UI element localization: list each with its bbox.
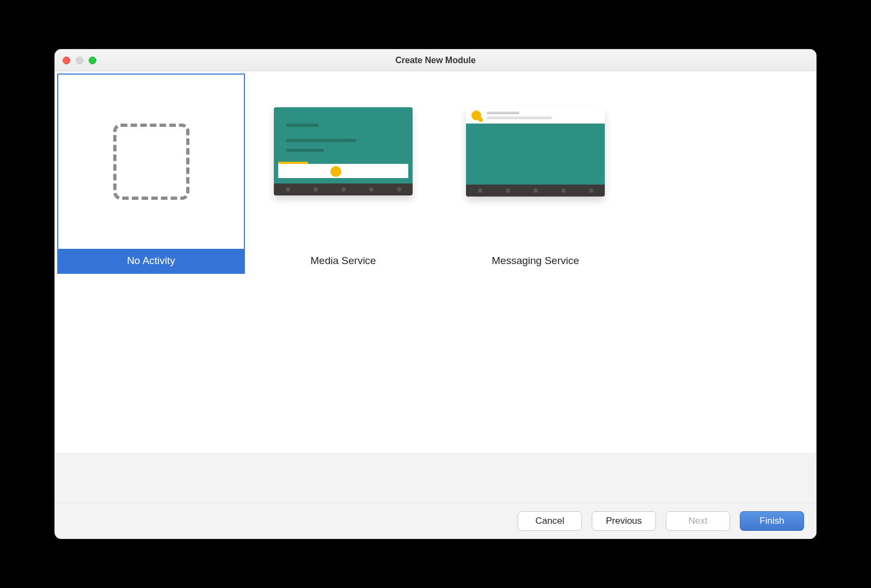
template-label: No Activity (58, 249, 244, 273)
device-preview (466, 107, 605, 197)
template-card-messaging[interactable]: Messaging Service (441, 74, 629, 274)
dialog-footer: Cancel Previous Next Finish (55, 503, 816, 538)
template-gallery: No ActivityMedia ServiceMessaging Servic… (55, 71, 816, 454)
dialog-window: Create New Module No ActivityMedia Servi… (54, 49, 817, 539)
cancel-button[interactable]: Cancel (518, 511, 582, 531)
next-button[interactable]: Next (666, 511, 730, 531)
avatar-icon (471, 111, 481, 120)
close-icon[interactable] (63, 57, 70, 64)
template-thumbnail (58, 75, 244, 249)
empty-placeholder-icon (113, 124, 189, 200)
template-card-media[interactable]: Media Service (249, 74, 437, 274)
template-thumbnail (250, 75, 436, 249)
zoom-icon[interactable] (89, 57, 96, 64)
finish-button[interactable]: Finish (740, 511, 804, 531)
template-card-none[interactable]: No Activity (57, 74, 245, 274)
play-indicator-icon (330, 166, 341, 177)
template-thumbnail (443, 75, 628, 249)
previous-button[interactable]: Previous (592, 511, 656, 531)
window-controls (63, 57, 96, 64)
window-title: Create New Module (395, 56, 476, 65)
titlebar: Create New Module (55, 50, 816, 71)
device-preview (274, 107, 413, 195)
minimize-icon[interactable] (76, 57, 83, 64)
footer-spacer (55, 454, 816, 503)
template-label: Media Service (250, 249, 436, 273)
template-label: Messaging Service (443, 249, 628, 273)
